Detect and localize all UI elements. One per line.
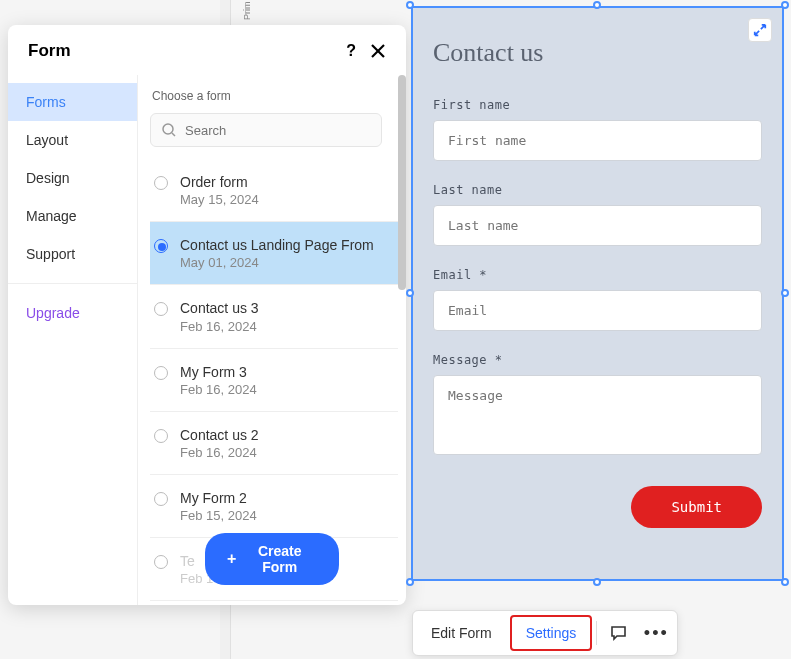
form-date: Feb 16, 2024 bbox=[180, 445, 388, 460]
resize-handle-tr[interactable] bbox=[781, 1, 789, 9]
form-date: May 01, 2024 bbox=[180, 255, 388, 270]
form-row[interactable]: Contact us 3 Feb 16, 2024 bbox=[150, 285, 398, 348]
sidebar-item-manage[interactable]: Manage bbox=[8, 197, 137, 235]
search-box[interactable] bbox=[150, 113, 382, 147]
svg-point-2 bbox=[163, 124, 173, 134]
form-name: Contact us 3 bbox=[180, 299, 388, 317]
panel-content: Choose a form Order form May 15, 2024 bbox=[138, 75, 406, 605]
sidebar-item-layout[interactable]: Layout bbox=[8, 121, 137, 159]
field-email: Email * bbox=[433, 268, 762, 331]
form-row[interactable]: My Form 2 Feb 15, 2024 bbox=[150, 475, 398, 538]
sidebar-item-design[interactable]: Design bbox=[8, 159, 137, 197]
sidebar-upgrade[interactable]: Upgrade bbox=[8, 294, 137, 332]
toolbar-divider bbox=[596, 621, 597, 645]
field-message: Message * bbox=[433, 353, 762, 459]
more-options-icon[interactable]: ••• bbox=[639, 616, 673, 650]
sidebar-item-support[interactable]: Support bbox=[8, 235, 137, 273]
panel-body: Forms Layout Design Manage Support Upgra… bbox=[8, 75, 406, 605]
edit-form-button[interactable]: Edit Form bbox=[417, 615, 506, 651]
panel-title: Form bbox=[28, 41, 71, 61]
form-date: Feb 16, 2024 bbox=[180, 382, 388, 397]
resize-handle-bl[interactable] bbox=[406, 578, 414, 586]
radio-button[interactable] bbox=[154, 555, 168, 569]
create-form-label: Create Form bbox=[242, 543, 317, 575]
resize-handle-bm[interactable] bbox=[593, 578, 601, 586]
email-input[interactable] bbox=[433, 290, 762, 331]
form-row[interactable]: Contact us 2 Feb 16, 2024 bbox=[150, 412, 398, 475]
form-name: My Form 3 bbox=[180, 363, 388, 381]
form-name: Contact us Landing Page From bbox=[180, 236, 388, 254]
radio-button[interactable] bbox=[154, 302, 168, 316]
field-last-name: Last name bbox=[433, 183, 762, 246]
first-name-input[interactable] bbox=[433, 120, 762, 161]
choose-form-label: Choose a form bbox=[150, 89, 406, 103]
plus-icon: + bbox=[227, 550, 236, 568]
last-name-label: Last name bbox=[433, 183, 762, 197]
element-toolbar: Edit Form Settings ••• bbox=[412, 610, 678, 656]
settings-button[interactable]: Settings bbox=[510, 615, 593, 651]
form-preview-selection[interactable]: Contact us First name Last name Email * … bbox=[411, 6, 784, 581]
canvas-section-label: Prim bbox=[242, 2, 252, 21]
radio-button[interactable] bbox=[154, 176, 168, 190]
message-label: Message * bbox=[433, 353, 762, 367]
radio-button[interactable] bbox=[154, 492, 168, 506]
resize-handle-rm[interactable] bbox=[781, 289, 789, 297]
help-icon[interactable]: ? bbox=[346, 42, 356, 60]
scrollbar-thumb[interactable] bbox=[398, 75, 406, 290]
radio-button[interactable] bbox=[154, 239, 168, 253]
form-date: May 15, 2024 bbox=[180, 192, 388, 207]
form-row[interactable]: Contact us Landing Page From May 01, 202… bbox=[150, 222, 398, 285]
expand-button[interactable] bbox=[748, 18, 772, 42]
panel-header: Form ? bbox=[8, 25, 406, 75]
create-form-button[interactable]: + Create Form bbox=[205, 533, 339, 585]
form-settings-panel: Form ? Forms Layout Design Manage Suppor… bbox=[8, 25, 406, 605]
radio-button[interactable] bbox=[154, 366, 168, 380]
form-date: Feb 15, 2024 bbox=[180, 508, 388, 523]
close-icon[interactable] bbox=[370, 43, 386, 59]
panel-header-actions: ? bbox=[346, 42, 386, 60]
form-row[interactable]: My Form 3 Feb 16, 2024 bbox=[150, 349, 398, 412]
submit-button[interactable]: Submit bbox=[631, 486, 762, 528]
panel-sidebar: Forms Layout Design Manage Support Upgra… bbox=[8, 75, 138, 605]
contact-form: Contact us First name Last name Email * … bbox=[413, 8, 782, 579]
form-row[interactable]: Order form May 15, 2024 bbox=[150, 159, 398, 222]
message-textarea[interactable] bbox=[433, 375, 762, 455]
form-name: Contact us 2 bbox=[180, 426, 388, 444]
svg-line-3 bbox=[172, 133, 175, 136]
sidebar-item-forms[interactable]: Forms bbox=[8, 83, 137, 121]
search-input[interactable] bbox=[185, 123, 371, 138]
resize-handle-br[interactable] bbox=[781, 578, 789, 586]
form-date: Feb 16, 2024 bbox=[180, 319, 388, 334]
first-name-label: First name bbox=[433, 98, 762, 112]
field-first-name: First name bbox=[433, 98, 762, 161]
comment-icon[interactable] bbox=[601, 616, 635, 650]
search-icon bbox=[161, 122, 177, 138]
email-label: Email * bbox=[433, 268, 762, 282]
sidebar-divider bbox=[8, 283, 137, 284]
form-name: Order form bbox=[180, 173, 388, 191]
radio-button[interactable] bbox=[154, 429, 168, 443]
contact-form-title: Contact us bbox=[433, 38, 762, 68]
last-name-input[interactable] bbox=[433, 205, 762, 246]
form-name: My Form 2 bbox=[180, 489, 388, 507]
